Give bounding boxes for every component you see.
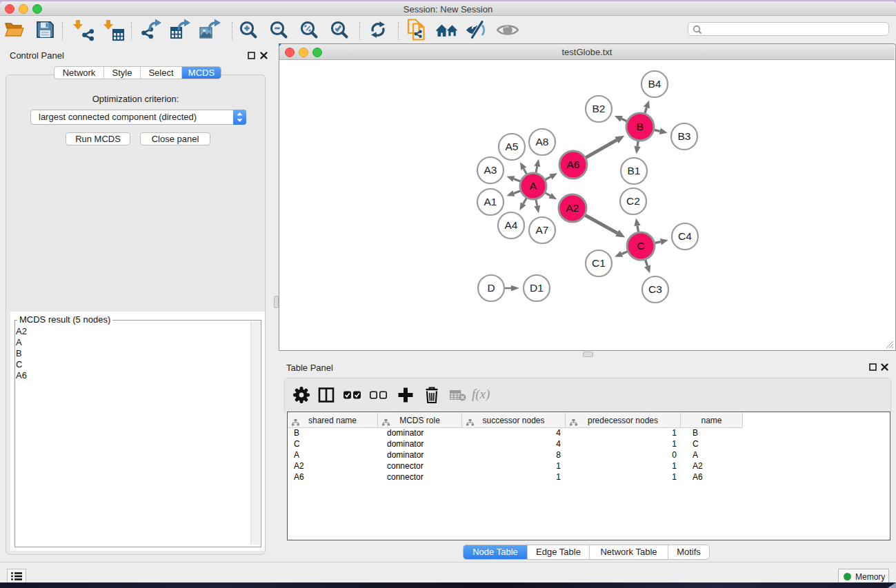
svg-text:C4: C4 bbox=[678, 230, 692, 242]
svg-text:A: A bbox=[530, 180, 537, 192]
svg-text:B1: B1 bbox=[628, 165, 641, 176]
svg-text:A2: A2 bbox=[566, 202, 579, 214]
svg-text:B4: B4 bbox=[648, 78, 661, 90]
svg-text:C: C bbox=[637, 240, 644, 252]
svg-text:D: D bbox=[487, 282, 495, 294]
svg-text:A6: A6 bbox=[567, 159, 580, 170]
svg-text:A1: A1 bbox=[484, 196, 497, 207]
svg-text:B3: B3 bbox=[678, 130, 691, 142]
svg-text:A3: A3 bbox=[484, 164, 497, 176]
svg-text:A7: A7 bbox=[536, 224, 549, 236]
svg-text:C2: C2 bbox=[626, 195, 640, 207]
svg-text:A8: A8 bbox=[536, 136, 549, 148]
svg-text:B: B bbox=[637, 121, 644, 132]
svg-text:A4: A4 bbox=[505, 219, 518, 231]
svg-text:C1: C1 bbox=[592, 257, 606, 269]
svg-text:C3: C3 bbox=[648, 283, 662, 295]
svg-text:D1: D1 bbox=[530, 282, 544, 294]
svg-text:B2: B2 bbox=[593, 103, 606, 114]
svg-text:A5: A5 bbox=[506, 141, 519, 152]
